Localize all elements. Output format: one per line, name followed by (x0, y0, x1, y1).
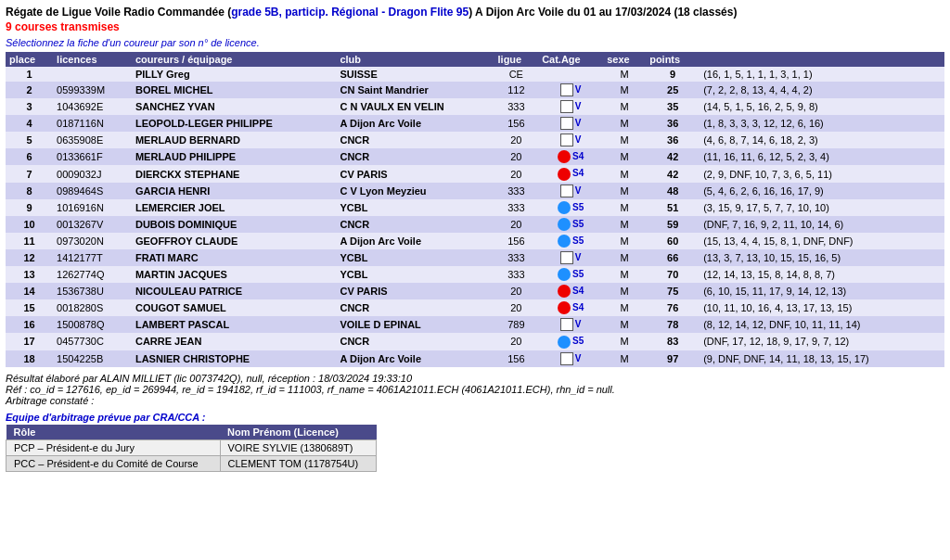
cell-ligue: 20 (494, 299, 539, 316)
cell-sexe: M (603, 132, 646, 148)
cell-series: (9, DNF, DNF, 14, 11, 18, 13, 15, 17) (700, 350, 944, 367)
col-club: club (336, 52, 494, 67)
cell-sexe: M (603, 98, 646, 115)
cell-points: 25 (646, 82, 700, 98)
table-row: 150018280SCOUGOT SAMUELCNCR20S4M76(10, 1… (6, 299, 944, 316)
cell-coureur: LEMERCIER JOEL (132, 199, 336, 216)
cell-catage: V (538, 115, 603, 132)
cell-points: 9 (646, 67, 700, 82)
cell-licence: 1043692E (53, 98, 132, 115)
cell-catage: S5 (538, 266, 603, 283)
cell-licence: 0973020N (53, 233, 132, 249)
cell-sexe: M (603, 67, 646, 82)
cell-series: (14, 5, 1, 5, 16, 2, 5, 9, 8) (700, 98, 944, 115)
cell-licence: 0013267V (53, 216, 132, 233)
table-row: 91016916NLEMERCIER JOELYCBL333S5M51(3, 1… (6, 199, 944, 216)
cell-licence: 1262774Q (53, 266, 132, 283)
cell-ligue: 333 (494, 98, 539, 115)
cell-ligue: 20 (494, 165, 539, 182)
cell-club: SUISSE (336, 67, 494, 82)
cell-catage: V (538, 132, 603, 148)
arb-col-role: Rôle (6, 425, 221, 440)
catage-circle-empty (560, 251, 573, 264)
grade-text: grade 5B, particip. Régional - Dragon Fl… (231, 6, 469, 19)
catage-circle-blue (558, 201, 571, 214)
catage-circle-red (558, 168, 571, 181)
cell-club: A Dijon Arc Voile (336, 115, 494, 132)
cell-series: (6, 10, 15, 11, 17, 9, 14, 12, 13) (700, 283, 944, 299)
cell-licence: 0009032J (53, 165, 132, 182)
cell-licence: 0018280S (53, 299, 132, 316)
table-row: 110973020NGEOFFROY CLAUDEA Dijon Arc Voi… (6, 233, 944, 249)
arb-col-nom: Nom Prénom (Licence) (220, 425, 376, 440)
col-ligue: ligue (494, 52, 539, 67)
col-catage: Cat.Age (538, 52, 603, 67)
cell-ligue: 156 (494, 350, 539, 367)
cell-place: 10 (6, 216, 53, 233)
cell-place: 2 (6, 82, 53, 98)
catage-circle-red (558, 285, 571, 298)
cell-sexe: M (603, 216, 646, 233)
catage-label: V (575, 185, 582, 196)
cell-coureur: FRATI MARC (132, 249, 336, 266)
cell-sexe: M (603, 333, 646, 350)
cell-points: 78 (646, 316, 700, 333)
cell-club: A Dijon Arc Voile (336, 233, 494, 249)
catage-label: S4 (572, 286, 584, 296)
cell-ligue: 333 (494, 249, 539, 266)
cell-sexe: M (603, 115, 646, 132)
cell-ligue: 20 (494, 132, 539, 148)
cell-licence: 0457730C (53, 333, 132, 350)
cell-club: YCBL (336, 266, 494, 283)
catage-label: S5 (572, 235, 584, 246)
cell-club: CNCR (336, 216, 494, 233)
cell-club: YCBL (336, 199, 494, 216)
cell-ligue: 20 (494, 148, 539, 165)
cell-coureur: COUGOT SAMUEL (132, 299, 336, 316)
cell-series: (10, 11, 10, 16, 4, 13, 17, 13, 15) (700, 299, 944, 316)
catage-label: S5 (572, 269, 584, 279)
table-row: 161500878QLAMBERT PASCALVOILE D EPINAL78… (6, 316, 944, 333)
cell-place: 7 (6, 165, 53, 182)
cell-points: 70 (646, 266, 700, 283)
cell-sexe: M (603, 165, 646, 182)
cell-licence (53, 67, 132, 82)
table-row: 60133661FMERLAUD PHILIPPECNCR20S4M42(11,… (6, 148, 944, 165)
cell-licence: 0989464S (53, 183, 132, 199)
cell-coureur: LAMBERT PASCAL (132, 316, 336, 333)
catage-circle-empty (560, 134, 573, 146)
catage-circle-empty (560, 352, 573, 365)
cell-catage: V (538, 249, 603, 266)
arb-row: PCC – Président-e du Comité de CourseCLE… (6, 455, 377, 471)
catage-label: S4 (572, 151, 584, 161)
cell-points: 59 (646, 216, 700, 233)
col-points: points (646, 52, 700, 67)
cell-licence: 0599339M (53, 82, 132, 98)
catage-label: V (575, 134, 582, 145)
catage-label: V (575, 84, 582, 95)
cell-coureur: CARRE JEAN (132, 333, 336, 350)
arbitrage-table: Rôle Nom Prénom (Licence) PCP – Présiden… (6, 425, 377, 472)
cell-licence: 0133661F (53, 148, 132, 165)
table-row: 31043692ESANCHEZ YVANC N VAULX EN VELIN3… (6, 98, 944, 115)
catage-circle-empty (560, 185, 573, 197)
cell-catage: S4 (538, 283, 603, 299)
catage-circle-blue (558, 235, 571, 248)
cell-series: (2, 9, DNF, 10, 7, 3, 6, 5, 11) (700, 165, 944, 182)
cell-sexe: M (603, 316, 646, 333)
cell-club: CV PARIS (336, 165, 494, 182)
cell-points: 75 (646, 283, 700, 299)
cell-place: 9 (6, 199, 53, 216)
catage-circle-blue (558, 336, 571, 349)
cell-points: 83 (646, 333, 700, 350)
cell-sexe: M (603, 350, 646, 367)
catage-label: V (575, 118, 582, 128)
col-series (700, 52, 944, 67)
equipe-title: Equipe d'arbitrage prévue par CRA/CCA : (6, 412, 944, 423)
catage-label: V (575, 101, 582, 111)
cell-sexe: M (603, 82, 646, 98)
cell-licence: 1504225B (53, 350, 132, 367)
cell-catage (538, 67, 603, 82)
cell-coureur: LASNIER CHRISTOPHE (132, 350, 336, 367)
cell-ligue: 333 (494, 199, 539, 216)
